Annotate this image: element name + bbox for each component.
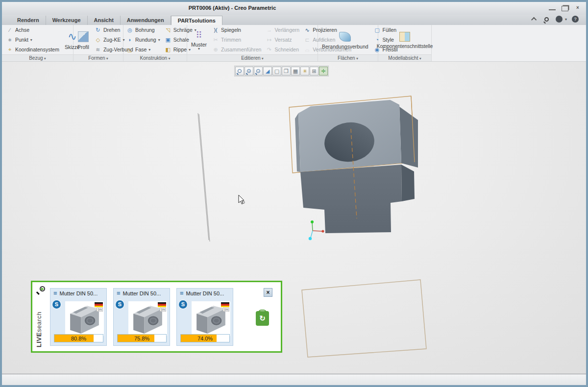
point-icon: ∗ xyxy=(6,36,13,43)
card-menu-icon[interactable]: ≡ xyxy=(180,291,184,296)
achse-button[interactable]: ∕ Achse xyxy=(5,25,61,34)
profil-button[interactable]: Profil xyxy=(75,30,92,50)
zoom-out-icon: − xyxy=(256,69,260,73)
ribbon-group-editieren: ⠿ Muster ▾ )( Spiegeln ✂ Trimmen ⊕ Zusam… xyxy=(187,25,318,61)
zoom-in-button[interactable]: + xyxy=(245,67,253,75)
search-result-card[interactable]: ≡ Mutter DIN 50... S DIN 75.8% xyxy=(113,288,170,346)
tab-partsolutions[interactable]: PARTsolutions xyxy=(171,16,222,25)
restore-icon[interactable] xyxy=(562,6,568,11)
component-interface-icon xyxy=(399,32,410,42)
sweep-icon: ◇ xyxy=(95,36,101,43)
mouse-cursor xyxy=(239,195,245,204)
refresh-icon: ↻ xyxy=(259,314,266,323)
display-style-button[interactable]: ▢ xyxy=(272,67,281,75)
livesearch-close-button[interactable]: × xyxy=(264,288,272,297)
mirror-icon: )( xyxy=(212,26,219,33)
shell-icon: ▣ xyxy=(165,36,172,43)
datum-plane-edge xyxy=(198,113,210,242)
csys-triad xyxy=(309,220,324,240)
search-result-card[interactable]: ≡ Mutter DIN 50... S DIN 74.0% xyxy=(176,288,233,346)
trim-icon: ✂ xyxy=(212,36,219,43)
close-icon[interactable]: × xyxy=(574,5,581,10)
saved-orientations-button[interactable]: ❐ xyxy=(282,67,291,75)
part-thumbnail: DIN xyxy=(128,301,167,336)
card-menu-icon[interactable]: ≡ xyxy=(117,291,121,296)
command-search-icon[interactable] xyxy=(543,15,551,23)
tab-anwendungen[interactable]: Anwendungen xyxy=(121,16,171,25)
bohrung-button[interactable]: ◎ Bohrung xyxy=(125,25,162,34)
view-toolbar: + − ◢ ▢ ❐ ▦ ✳ ⊞ ✛ xyxy=(234,66,329,76)
ribbon-group-flaechen: Berandungsverbund ▢ Füllen ◔ Style ◉ Fre… xyxy=(318,25,378,61)
livesearch-icon xyxy=(36,286,45,295)
hole-icon: ◎ xyxy=(126,26,133,33)
pattern-icon: ⠿ xyxy=(196,31,202,40)
boundary-blend-icon xyxy=(339,32,351,42)
result-title: Mutter DIN 50... xyxy=(186,290,224,296)
solidify-icon: ⌓ xyxy=(304,46,311,53)
group-label-bezug[interactable]: Bezug xyxy=(2,54,73,61)
berandungsverbund-button[interactable]: Berandungsverbund xyxy=(319,30,371,49)
ribbon-group-konstruktion: ◎ Bohrung ◗ Rundung ◺ Fase ◹ Schräge xyxy=(123,25,187,61)
rib-icon: ◧ xyxy=(165,46,172,53)
schneiden-button: ↷ Schneiden xyxy=(264,45,301,54)
tab-ansicht[interactable]: Ansicht xyxy=(88,16,121,25)
datum-display-button[interactable]: ✳ xyxy=(300,67,309,75)
draft-icon: ◹ xyxy=(165,26,172,33)
ribbon-group-bezug: 7 ne ∕ Achse ∗ Punkt ⌖ Koordinatensystem… xyxy=(2,25,74,61)
zoom-out-button[interactable]: − xyxy=(254,67,263,75)
koordinatensystem-button[interactable]: ⌖ Koordinatensystem xyxy=(5,45,61,54)
card-menu-icon[interactable]: ≡ xyxy=(53,291,57,296)
group-label-flaechen[interactable]: Flächen xyxy=(318,54,378,61)
german-flag-icon xyxy=(221,302,229,307)
repaint-button[interactable]: ◢ xyxy=(263,67,272,75)
ribbon-empty-area xyxy=(432,25,586,61)
group-label-formen[interactable]: Formen xyxy=(74,54,123,61)
supplier-badge-icon: S xyxy=(116,300,124,309)
trimmen-button: ✂ Trimmen xyxy=(211,35,263,44)
statusbar xyxy=(2,374,586,385)
refit-button[interactable] xyxy=(235,67,244,75)
spin-center-icon: ✛ xyxy=(321,68,325,74)
datum-display-icon: ✳ xyxy=(302,68,307,74)
german-flag-icon xyxy=(158,302,166,307)
muster-button[interactable]: ⠿ Muster ▾ xyxy=(189,29,209,50)
view-manager-button[interactable]: ▦ xyxy=(291,67,300,75)
display-style-icon: ▢ xyxy=(274,68,279,74)
supplier-badge-icon: S xyxy=(179,300,187,309)
match-progressbar: 80.8% xyxy=(54,334,103,342)
german-flag-icon xyxy=(95,302,103,307)
group-label-modellabsicht[interactable]: Modellabsicht xyxy=(378,54,431,61)
generate-part-button[interactable]: ↻ xyxy=(256,311,269,326)
ribbon-collapse-icon[interactable] xyxy=(531,15,539,23)
intersect-icon: ↷ xyxy=(266,46,272,53)
match-percentage: 74.0% xyxy=(181,335,229,342)
repaint-icon: ◢ xyxy=(266,68,270,74)
annotation-display-button[interactable]: ⊞ xyxy=(310,67,318,75)
search-result-card[interactable]: ≡ Mutter DIN 50... S DIN 80.8% xyxy=(50,288,107,346)
livesearch-brand-label: LIVEsearch xyxy=(35,312,43,347)
spiegeln-button[interactable]: )( Spiegeln xyxy=(211,25,263,34)
match-percentage: 75.8% xyxy=(118,335,166,342)
rundung-button[interactable]: ◗ Rundung xyxy=(125,35,162,44)
tab-werkzeuge[interactable]: Werkzeuge xyxy=(46,16,88,25)
session-menu-icon[interactable] xyxy=(555,15,563,23)
livesearch-brand-column: LIVEsearch xyxy=(32,282,49,351)
din-standard-tag: DIN xyxy=(223,308,229,312)
csys-icon: ⌖ xyxy=(6,46,13,53)
din-standard-tag: DIN xyxy=(160,308,166,312)
tab-rendern[interactable]: Rendern xyxy=(11,16,46,25)
part-thumbnail: DIN xyxy=(192,301,230,336)
session-menu-caret-icon[interactable]: ▾ xyxy=(565,17,567,22)
axis-icon: ∕ xyxy=(6,26,13,33)
fase-button[interactable]: ◺ Fase xyxy=(125,45,162,54)
minimize-icon[interactable] xyxy=(549,5,556,10)
ribbon: 7 ne ∕ Achse ∗ Punkt ⌖ Koordinatensystem… xyxy=(2,25,586,62)
group-label-konstruktion[interactable]: Konstruktion xyxy=(123,54,187,61)
blend-icon: ≋ xyxy=(95,46,101,53)
spin-center-button[interactable]: ✛ xyxy=(319,67,328,75)
komponentenschnittstelle-button[interactable]: Komponentenschnittstelle xyxy=(374,30,436,49)
punkt-button[interactable]: ∗ Punkt xyxy=(5,35,61,44)
help-icon[interactable]: ? xyxy=(571,15,579,23)
ribbon-group-modellabsicht: Komponentenschnittstelle Modellabsicht xyxy=(378,25,432,61)
group-label-editieren[interactable]: Editieren xyxy=(187,54,318,61)
